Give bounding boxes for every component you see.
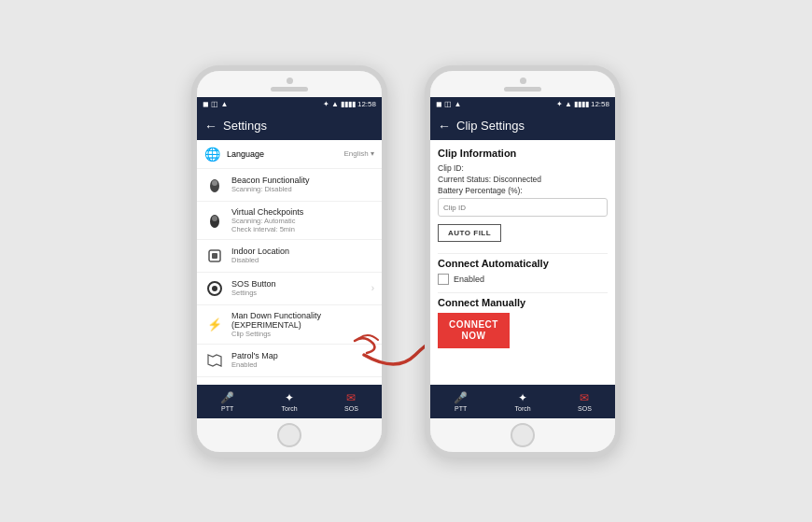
p2-signal-icons: ◼ ◫ ▲ xyxy=(436,100,461,108)
settings-item-patrols-map[interactable]: Patrol's Map Enabled xyxy=(197,345,382,377)
svg-rect-5 xyxy=(212,253,217,259)
phone2-top xyxy=(430,71,615,97)
phone1: ◼ ◫ ▲ ✦ ▲ ▮▮▮▮ 12:58 ← Settings 🌐 La xyxy=(191,65,387,458)
p2-wifi-icon: ▲ xyxy=(565,100,572,108)
phone2-bottom-nav: 🎤 PTT ✦ Torch ✉ SOS xyxy=(430,385,615,418)
connect-manually-section-title: Connect Manually xyxy=(438,297,608,308)
status-right: ✦ ▲ ▮▮▮▮ 12:58 xyxy=(323,100,376,108)
phone2-toolbar: ← Clip Settings xyxy=(430,112,615,140)
virtual-checkpoints-text: Virtual Checkpoints Scanning: Automatic … xyxy=(231,207,374,233)
ptt-icon: 🎤 xyxy=(220,391,234,404)
settings-item-sos-button[interactable]: SOS Button Settings › xyxy=(197,273,382,305)
phone2-bottom xyxy=(430,418,615,452)
bluetooth-icon: ✦ xyxy=(323,100,329,108)
phone2-home-button[interactable] xyxy=(511,423,535,447)
battery-percentage-label: Battery Percentage (%): xyxy=(438,186,608,195)
battery-icon: ▮▮▮▮ xyxy=(341,100,356,108)
settings-item-indoor-location[interactable]: Indoor Location Disabled xyxy=(197,240,382,273)
man-down-title: Man Down Functionality (EXPERIMENTAL) xyxy=(231,311,374,330)
back-button[interactable]: ← xyxy=(204,119,217,134)
svg-point-1 xyxy=(212,180,217,186)
phone1-status-bar: ◼ ◫ ▲ ✦ ▲ ▮▮▮▮ 12:58 xyxy=(197,97,382,112)
phone1-speaker xyxy=(271,87,308,92)
p2-sos-nav-icon: ✉ xyxy=(580,391,589,404)
enabled-checkbox-row: Enabled xyxy=(438,274,608,285)
p2-torch-icon: ✦ xyxy=(518,391,527,404)
sos-button-icon xyxy=(204,278,225,299)
virtual-checkpoints-interval: Check interval: 5min xyxy=(231,225,374,233)
connect-auto-section-title: Connect Automatically xyxy=(438,258,608,269)
enabled-checkbox-label: Enabled xyxy=(454,275,484,284)
clip-id-input[interactable] xyxy=(438,198,608,217)
nav-sos[interactable]: ✉ SOS xyxy=(344,391,358,412)
section-divider-1 xyxy=(438,253,608,254)
wifi-icon: ▲ xyxy=(331,100,339,108)
settings-item-language[interactable]: 🌐 Language English ▾ xyxy=(197,140,382,169)
p2-nav-torch[interactable]: ✦ Torch xyxy=(515,391,531,412)
p2-sos-nav-label: SOS xyxy=(578,405,592,412)
globe-icon: 🌐 xyxy=(204,147,220,162)
man-down-icon: ⚡ xyxy=(204,314,225,334)
connect-now-button[interactable]: CONNECT NOW xyxy=(438,313,510,348)
p2-status-right: ✦ ▲ ▮▮▮▮ 12:58 xyxy=(556,100,609,108)
auto-fill-button[interactable]: AUTO FILL xyxy=(438,224,501,242)
clip-info-section-title: Clip Information xyxy=(438,148,608,159)
beacon-text: Beacon Functionality Scanning: Disabled xyxy=(231,176,374,193)
p2-nav-sos[interactable]: ✉ SOS xyxy=(578,391,592,412)
indoor-location-subtitle: Disabled xyxy=(231,256,374,264)
virtual-checkpoints-subtitle: Scanning: Automatic xyxy=(231,217,374,225)
language-value: English ▾ xyxy=(344,149,374,158)
phone1-camera xyxy=(287,78,293,84)
p2-time-display: 12:58 xyxy=(591,100,609,108)
section-divider-2 xyxy=(438,292,608,293)
nav-torch[interactable]: ✦ Torch xyxy=(282,391,298,412)
phone1-home-button[interactable] xyxy=(277,423,301,447)
p2-nav-ptt[interactable]: 🎤 PTT xyxy=(454,391,468,412)
patrols-map-title: Patrol's Map xyxy=(231,351,374,360)
language-label: Language xyxy=(227,149,344,159)
signal-icons: ◼ ◫ ▲ xyxy=(203,100,228,108)
phone1-bottom xyxy=(197,418,382,452)
svg-text:⚡: ⚡ xyxy=(207,317,222,332)
sos-button-subtitle: Settings xyxy=(231,289,371,297)
indoor-location-icon xyxy=(204,246,225,266)
settings-item-man-down[interactable]: ⚡ Man Down Functionality (EXPERIMENTAL) … xyxy=(197,305,382,345)
clip-settings-content: Clip Information Clip ID: Current Status… xyxy=(430,140,615,385)
beacon-icon xyxy=(204,175,225,195)
p2-ptt-icon: 🎤 xyxy=(454,391,468,404)
phone1-toolbar: ← Settings xyxy=(197,112,382,140)
patrols-map-subtitle: Enabled xyxy=(231,360,374,369)
sos-chevron-icon: › xyxy=(371,283,374,293)
phone1-top xyxy=(197,71,382,97)
patrols-map-text: Patrol's Map Enabled xyxy=(231,351,374,369)
settings-item-virtual-checkpoints[interactable]: Virtual Checkpoints Scanning: Automatic … xyxy=(197,202,382,240)
ptt-label: PTT xyxy=(221,405,233,412)
p2-torch-label: Torch xyxy=(515,405,531,412)
beacon-title: Beacon Functionality xyxy=(231,176,374,185)
nav-ptt[interactable]: 🎤 PTT xyxy=(220,391,234,412)
phone2: ◼ ◫ ▲ ✦ ▲ ▮▮▮▮ 12:58 ← Clip Settings Cli… xyxy=(425,65,621,458)
man-down-subtitle: Clip Settings xyxy=(231,330,374,338)
virtual-checkpoints-title: Virtual Checkpoints xyxy=(231,207,374,217)
svg-point-3 xyxy=(212,216,217,221)
patrols-map-icon xyxy=(204,350,225,371)
connect-btn-line2: NOW xyxy=(462,331,486,341)
indoor-location-title: Indoor Location xyxy=(231,247,374,256)
clip-settings-title: Clip Settings xyxy=(456,119,525,133)
enabled-checkbox[interactable] xyxy=(438,274,449,285)
phone1-screen: ◼ ◫ ▲ ✦ ▲ ▮▮▮▮ 12:58 ← Settings 🌐 La xyxy=(197,97,382,418)
p2-battery-icon: ▮▮▮▮ xyxy=(574,100,589,108)
p2-status-left: ◼ ◫ ▲ xyxy=(436,100,461,108)
p2-ptt-label: PTT xyxy=(455,405,467,412)
p2-back-button[interactable]: ← xyxy=(438,119,451,134)
phone2-status-bar: ◼ ◫ ▲ ✦ ▲ ▮▮▮▮ 12:58 xyxy=(430,97,615,112)
phone2-screen: ◼ ◫ ▲ ✦ ▲ ▮▮▮▮ 12:58 ← Clip Settings Cli… xyxy=(430,97,615,418)
beacon-subtitle: Scanning: Disabled xyxy=(231,185,374,193)
indoor-location-text: Indoor Location Disabled xyxy=(231,247,374,264)
sos-nav-label: SOS xyxy=(344,405,358,412)
torch-label: Torch xyxy=(282,405,298,412)
phone1-bottom-nav: 🎤 PTT ✦ Torch ✉ SOS xyxy=(197,385,382,418)
settings-item-beacon[interactable]: Beacon Functionality Scanning: Disabled xyxy=(197,169,382,202)
phone1-settings-list: 🌐 Language English ▾ Beacon Functionalit… xyxy=(197,140,382,385)
phone2-speaker xyxy=(504,87,541,92)
